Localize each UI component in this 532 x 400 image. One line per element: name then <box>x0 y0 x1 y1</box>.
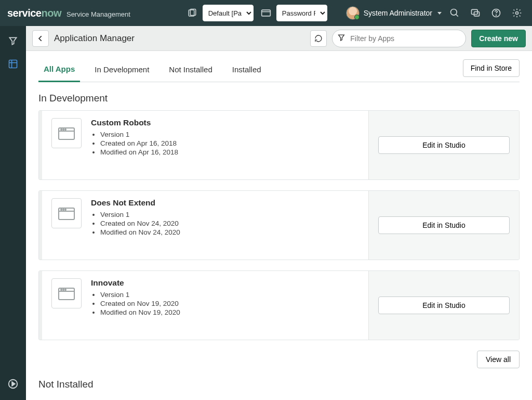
application-picker: Default [Pas <box>185 5 254 21</box>
help-icon[interactable] <box>488 5 504 21</box>
filter-icon <box>337 33 345 43</box>
user-name: System Administrator <box>364 9 432 17</box>
create-new-button[interactable]: Create new <box>471 30 526 47</box>
svg-point-23 <box>63 209 64 210</box>
svg-point-4 <box>451 9 457 16</box>
edit-in-studio-button[interactable]: Edit in Studio <box>378 296 510 314</box>
section-not-installed: Not Installed <box>38 379 520 390</box>
search-icon[interactable] <box>447 5 462 21</box>
svg-rect-2 <box>261 10 270 16</box>
view-all-button[interactable]: View all <box>477 351 520 368</box>
updateset-picker-icon <box>259 6 273 20</box>
svg-point-29 <box>65 289 66 290</box>
refresh-button[interactable] <box>310 30 327 47</box>
app-card: Does Not Extend Version 1 Created on Nov… <box>38 190 520 260</box>
app-created: Created on Nov 24, 2020 <box>100 220 180 227</box>
tab-all-apps[interactable]: All Apps <box>38 58 80 82</box>
top-navbar: servicenow Service Management Default [P… <box>0 0 532 26</box>
app-name[interactable]: Does Not Extend <box>91 198 180 208</box>
svg-point-17 <box>61 129 62 130</box>
gear-icon[interactable] <box>509 5 525 21</box>
edit-in-studio-button[interactable]: Edit in Studio <box>378 216 510 234</box>
edge-play-icon[interactable] <box>3 374 23 394</box>
svg-rect-11 <box>9 60 17 68</box>
app-modified: Modified on Apr 16, 2018 <box>100 148 178 156</box>
svg-point-27 <box>61 289 62 290</box>
tab-installed[interactable]: Installed <box>227 59 267 81</box>
filter-apps-wrap <box>332 30 466 47</box>
svg-point-22 <box>61 209 62 210</box>
updateset-picker-select[interactable]: Password Re <box>276 5 327 21</box>
app-modified: Modified on Nov 19, 2020 <box>100 308 180 316</box>
app-created: Created on Apr 16, 2018 <box>100 139 178 147</box>
svg-rect-7 <box>474 12 480 16</box>
brand-logo[interactable]: servicenow Service Management <box>7 7 130 19</box>
edit-in-studio-button[interactable]: Edit in Studio <box>378 136 510 154</box>
svg-point-24 <box>65 209 66 210</box>
app-version: Version 1 <box>100 291 180 299</box>
app-name[interactable]: Innovate <box>91 278 180 288</box>
brand-subtitle: Service Management <box>66 10 130 18</box>
app-created: Created on Nov 19, 2020 <box>100 300 180 307</box>
filter-apps-input[interactable] <box>332 30 466 47</box>
svg-point-28 <box>63 289 64 290</box>
find-in-store-button[interactable]: Find in Store <box>463 59 520 77</box>
app-icon <box>51 118 82 148</box>
tab-in-development[interactable]: In Development <box>89 59 154 81</box>
tabs-row: All Apps In Development Not Installed In… <box>38 58 520 82</box>
chevron-down-icon <box>437 12 442 15</box>
svg-line-5 <box>456 15 458 17</box>
app-version: Version 1 <box>100 131 178 138</box>
tab-not-installed[interactable]: Not Installed <box>164 59 217 81</box>
edge-filter-icon[interactable] <box>3 31 23 51</box>
app-card: Custom Robots Version 1 Created on Apr 1… <box>38 110 520 180</box>
application-picker-select[interactable]: Default [Pas <box>203 5 254 21</box>
svg-point-18 <box>63 129 64 130</box>
app-version: Version 1 <box>100 211 180 218</box>
page-title: Application Manager <box>54 33 135 44</box>
app-modified: Modified on Nov 24, 2020 <box>100 228 180 236</box>
module-header: Application Manager Create new <box>26 26 532 51</box>
app-picker-icon <box>185 6 200 20</box>
chat-icon[interactable] <box>468 5 483 21</box>
app-name[interactable]: Custom Robots <box>91 118 178 127</box>
back-button[interactable] <box>32 30 49 47</box>
updateset-picker: Password Re <box>259 5 327 21</box>
content-area: Application Manager Create new All Apps … <box>26 26 532 400</box>
logo-text: servicenow <box>7 7 61 19</box>
app-card: Innovate Version 1 Created on Nov 19, 20… <box>38 270 520 340</box>
svg-point-19 <box>65 129 66 130</box>
app-icon <box>51 198 82 228</box>
edge-form-icon[interactable] <box>3 54 23 74</box>
app-icon <box>51 278 82 308</box>
svg-point-10 <box>516 12 518 15</box>
edge-sidebar <box>0 26 26 400</box>
svg-point-9 <box>496 15 497 16</box>
section-in-development: In Development <box>38 93 520 104</box>
avatar <box>346 6 360 20</box>
user-menu[interactable]: System Administrator <box>346 6 442 20</box>
